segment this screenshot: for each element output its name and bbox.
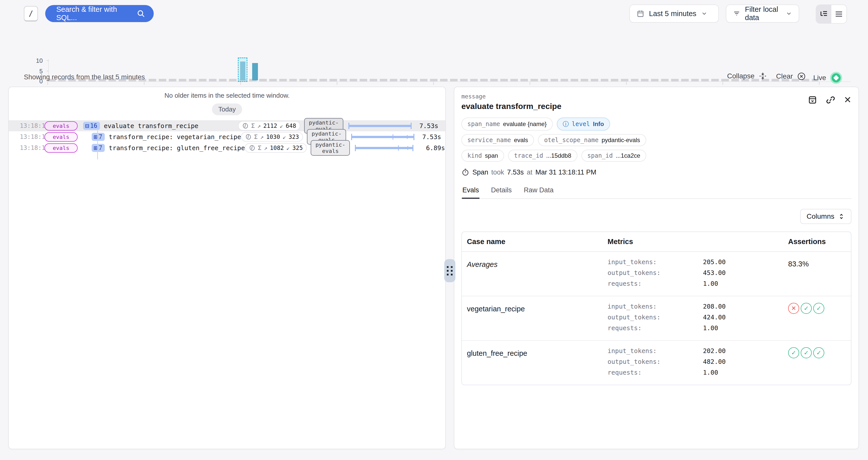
attr-span-name[interactable]: span_name evaluate {name} bbox=[461, 118, 553, 131]
attr-span-id[interactable]: span_id ...1ca2ce bbox=[582, 150, 647, 162]
eval-row-averages[interactable]: Averages input_tokens:205.00 output_toke… bbox=[462, 252, 851, 296]
list-view-toggle[interactable] bbox=[831, 5, 846, 23]
attr-otel-scope-name[interactable]: otel_scope_name pydantic-evals bbox=[538, 134, 646, 146]
input-arrow-icon: ↗ bbox=[257, 123, 261, 129]
stopwatch-icon bbox=[461, 168, 469, 176]
eval-row-vegetarian-recipe[interactable]: vegetarian_recipe input_tokens:208.00 ou… bbox=[462, 296, 851, 341]
assertion-pass-icon[interactable]: ✓ bbox=[813, 303, 824, 314]
live-indicator-icon bbox=[830, 72, 842, 84]
output-tokens: 325 bbox=[292, 144, 303, 151]
evals-table: Case name Metrics Assertions Averages in… bbox=[461, 231, 851, 385]
otel-scope-tag[interactable]: pydantic-evals bbox=[311, 140, 350, 156]
tree-connector bbox=[97, 147, 101, 148]
token-usage-pill[interactable]: Σ ↗ 1082 ↙ 325 bbox=[245, 143, 307, 153]
clear-circle-x-icon bbox=[797, 72, 806, 81]
search-button[interactable]: Search & filter with SQL... bbox=[45, 5, 154, 22]
duration-text: 7.53s bbox=[418, 133, 446, 141]
assertion-fail-icon[interactable]: ✕ bbox=[788, 303, 799, 314]
sigma-icon: Σ bbox=[254, 134, 258, 140]
slash-shortcut-key[interactable]: / bbox=[24, 6, 38, 22]
metrics-cell: input_tokens:208.00 output_tokens:424.00… bbox=[608, 303, 788, 335]
header-case-name: Case name bbox=[467, 237, 608, 246]
service-badge[interactable]: evals bbox=[44, 132, 78, 142]
chevron-down-icon bbox=[701, 10, 708, 17]
span-duration-summary: Span took 7.53s at Mar 31 13:18:11 PM bbox=[461, 168, 851, 176]
span-detail-title: evaluate transform_recipe bbox=[461, 102, 851, 111]
span-name: transform_recipe: gluten_free_recipe bbox=[109, 144, 245, 152]
header-metrics: Metrics bbox=[608, 237, 788, 246]
detail-tabs: Evals Details Raw Data bbox=[461, 185, 851, 199]
live-toggle[interactable]: Live bbox=[813, 72, 842, 84]
assertion-pass-icon[interactable]: ✓ bbox=[788, 347, 799, 358]
sort-updown-icon bbox=[838, 213, 845, 220]
today-pill[interactable]: Today bbox=[212, 103, 242, 115]
status-row: Showing records from the last 5 minutes … bbox=[0, 70, 868, 85]
service-badge[interactable]: evals bbox=[44, 121, 78, 131]
assertions-icons: ✕ ✓ ✓ bbox=[788, 303, 846, 335]
sigma-icon: Σ bbox=[251, 123, 255, 129]
token-coin-icon bbox=[245, 134, 252, 140]
assertion-pass-icon[interactable]: ✓ bbox=[801, 347, 812, 358]
span-detail-panel: message ✕ evaluate transform_recipe span… bbox=[454, 87, 859, 449]
output-tokens: 323 bbox=[288, 134, 299, 140]
output-tokens: 648 bbox=[285, 123, 296, 129]
service-badge[interactable]: evals bbox=[44, 143, 78, 153]
eval-row-gluten-free-recipe[interactable]: gluten_free_recipe input_tokens:202.00 o… bbox=[462, 341, 851, 385]
attr-level-info[interactable]: ⓘ level Info bbox=[557, 118, 610, 131]
token-usage-pill[interactable]: Σ ↗ 1030 ↙ 323 bbox=[241, 132, 303, 142]
attr-kind[interactable]: kind span bbox=[461, 150, 504, 162]
duration-bar bbox=[351, 131, 418, 142]
trace-row-vegetarian-recipe[interactable]: 13:18:11 evals ⊞ 7 transform_recipe: veg… bbox=[9, 131, 445, 142]
input-arrow-icon: ↗ bbox=[264, 144, 268, 151]
filter-label: Filter local data bbox=[745, 5, 781, 22]
tab-raw-data[interactable]: Raw Data bbox=[523, 185, 554, 198]
time-range-label: Last 5 minutes bbox=[649, 9, 696, 18]
trace-list-panel: No older items in the selected time wind… bbox=[8, 87, 446, 449]
clear-button[interactable]: Clear bbox=[776, 72, 806, 81]
input-tokens: 1082 bbox=[270, 144, 284, 151]
tree-view-toggle[interactable] bbox=[816, 5, 831, 23]
case-name: vegetarian_recipe bbox=[467, 303, 608, 335]
assertions-icons: ✓ ✓ ✓ bbox=[788, 347, 846, 380]
tab-evals[interactable]: Evals bbox=[462, 185, 479, 199]
assertion-pass-icon[interactable]: ✓ bbox=[813, 347, 824, 358]
tree-connector bbox=[97, 136, 101, 137]
filter-icon bbox=[733, 10, 740, 17]
copy-link-icon[interactable] bbox=[826, 95, 835, 105]
output-arrow-icon: ↙ bbox=[280, 123, 283, 129]
duration-text: 7.53s bbox=[415, 122, 445, 130]
input-arrow-icon: ↗ bbox=[260, 134, 264, 140]
showing-records-text: Showing records from the last 5 minutes bbox=[24, 73, 145, 81]
chevron-down-icon bbox=[786, 10, 792, 17]
search-icon bbox=[136, 9, 145, 18]
trace-row-gluten-free-recipe[interactable]: 13:18:11 evals ⊞ 7 transform_recipe: glu… bbox=[9, 142, 445, 154]
input-tokens: 1030 bbox=[266, 134, 280, 140]
expand-collapse-badge[interactable]: ⊟ 16 bbox=[83, 122, 100, 130]
panel-resize-handle[interactable] bbox=[444, 259, 455, 282]
live-label: Live bbox=[813, 74, 826, 82]
tree-view-icon bbox=[819, 10, 828, 18]
list-view-icon bbox=[835, 10, 843, 18]
search-button-label: Search & filter with SQL... bbox=[56, 5, 131, 22]
token-usage-pill[interactable]: Σ ↗ 2112 ↙ 648 bbox=[238, 121, 300, 131]
case-name: gluten_free_recipe bbox=[467, 347, 608, 380]
assertion-pass-icon[interactable]: ✓ bbox=[801, 303, 812, 314]
open-in-panel-icon[interactable] bbox=[808, 95, 817, 105]
view-mode-toggle bbox=[816, 4, 847, 24]
tab-details[interactable]: Details bbox=[491, 185, 513, 198]
timeline-chart[interactable]: 10 5 0 Mar 31. 13:16:55 13:17:32 13:18:1… bbox=[0, 27, 868, 67]
trace-row-evaluate-transform-recipe[interactable]: 13:18:11 evals ⊟ 16 evaluate transform_r… bbox=[9, 120, 445, 131]
close-icon[interactable]: ✕ bbox=[844, 95, 851, 105]
attr-trace-id[interactable]: trace_id ...15ddb8 bbox=[508, 150, 578, 162]
filter-local-data-button[interactable]: Filter local data bbox=[726, 4, 799, 23]
row-timestamp: 13:18:11 bbox=[9, 144, 41, 152]
sigma-icon: Σ bbox=[258, 144, 261, 151]
time-range-button[interactable]: Last 5 minutes bbox=[629, 4, 719, 23]
collapse-button[interactable]: Collapse bbox=[727, 72, 767, 80]
token-coin-icon bbox=[242, 123, 249, 129]
evals-table-header: Case name Metrics Assertions bbox=[462, 232, 851, 252]
attr-service-name[interactable]: service_name evals bbox=[461, 134, 534, 146]
columns-button[interactable]: Columns bbox=[800, 209, 851, 224]
row-timestamp: 13:18:11 bbox=[9, 122, 41, 129]
trace-rows: 13:18:11 evals ⊟ 16 evaluate transform_r… bbox=[9, 120, 445, 154]
